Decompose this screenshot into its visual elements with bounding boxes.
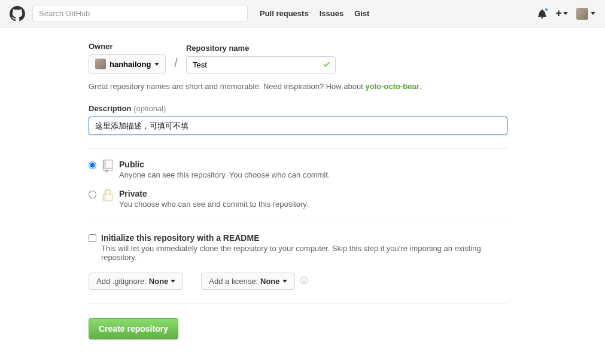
desc-label-text: Description — [89, 104, 132, 113]
chevron-down-icon — [282, 280, 287, 283]
repo-public-icon — [101, 160, 114, 173]
user-menu[interactable] — [576, 8, 595, 20]
visibility-private: Private You choose who can see and commi… — [89, 189, 510, 209]
hint-text: Great repository names are short and mem… — [89, 82, 365, 91]
hint-suffix: . — [419, 82, 422, 91]
gitignore-prefix: Add .gitignore: — [96, 277, 147, 286]
top-header: Pull requests Issues Gist + — [0, 0, 605, 27]
lock-icon — [101, 189, 114, 202]
chevron-down-icon — [591, 12, 595, 15]
readme-title: Initialize this repository with a README — [101, 233, 510, 243]
license-select[interactable]: Add a license: None — [201, 273, 294, 290]
nav-issues[interactable]: Issues — [320, 9, 343, 18]
description-field: Description (optional) — [89, 104, 510, 135]
nav-pull-requests[interactable]: Pull requests — [260, 9, 309, 18]
notification-dot-icon — [544, 7, 549, 12]
owner-name: hanhailong — [110, 60, 151, 69]
readme-sub: This will let you immediately clone the … — [101, 244, 510, 262]
repo-name-label: Repository name — [186, 44, 336, 53]
public-radio[interactable] — [89, 161, 96, 169]
header-left: Pull requests Issues Gist — [10, 5, 537, 22]
owner-avatar — [95, 59, 106, 69]
owner-repo-row: Owner hanhailong / Repository name — [89, 42, 510, 74]
readme-body: Initialize this repository with a README… — [101, 233, 510, 262]
create-repo-form: Owner hanhailong / Repository name Great… — [84, 42, 515, 339]
nav-gist[interactable]: Gist — [354, 9, 369, 18]
description-label: Description (optional) — [89, 104, 510, 113]
github-logo[interactable] — [10, 6, 25, 22]
public-title: Public — [119, 160, 330, 169]
repo-name-field: Repository name — [186, 44, 336, 74]
selects-row: Add .gitignore: None Add a license: None — [89, 273, 510, 290]
header-right: + — [537, 7, 595, 20]
public-sub: Anyone can see this repository. You choo… — [119, 170, 330, 179]
desc-optional: (optional) — [133, 104, 166, 113]
repo-name-input[interactable] — [186, 56, 336, 74]
divider — [89, 303, 507, 304]
description-input[interactable] — [89, 117, 507, 135]
owner-select[interactable]: hanhailong — [89, 54, 166, 74]
check-icon — [323, 60, 331, 70]
create-new-menu[interactable]: + — [555, 7, 568, 20]
name-hint: Great repository names are short and mem… — [89, 82, 510, 91]
owner-label: Owner — [89, 42, 166, 51]
license-prefix: Add a license: — [209, 277, 258, 286]
private-radio[interactable] — [89, 191, 96, 198]
owner-field: Owner hanhailong — [89, 42, 166, 74]
private-title: Private — [119, 189, 309, 198]
chevron-down-icon — [563, 12, 568, 15]
plus-icon: + — [555, 7, 562, 20]
divider — [89, 222, 507, 222]
avatar — [576, 8, 588, 20]
slash-separator: / — [172, 56, 180, 74]
notifications-button[interactable] — [537, 9, 547, 19]
private-body: Private You choose who can see and commi… — [119, 189, 309, 209]
create-repository-button[interactable]: Create repository — [89, 318, 178, 339]
chevron-down-icon — [171, 280, 175, 283]
visibility-public: Public Anyone can see this repository. Y… — [89, 160, 510, 179]
public-body: Public Anyone can see this repository. Y… — [119, 160, 330, 179]
suggestion-link[interactable]: yolo-octo-bear — [365, 82, 419, 91]
license-value: None — [260, 277, 280, 286]
gitignore-value: None — [149, 277, 169, 286]
gitignore-select[interactable]: Add .gitignore: None — [89, 273, 183, 290]
header-nav: Pull requests Issues Gist — [260, 9, 369, 18]
divider — [89, 148, 507, 149]
private-sub: You choose who can see and commit to thi… — [119, 200, 309, 209]
info-icon[interactable] — [300, 276, 308, 286]
readme-checkbox[interactable] — [89, 234, 96, 242]
search-input[interactable] — [32, 5, 248, 22]
readme-row: Initialize this repository with a README… — [89, 233, 510, 262]
chevron-down-icon — [154, 63, 159, 66]
